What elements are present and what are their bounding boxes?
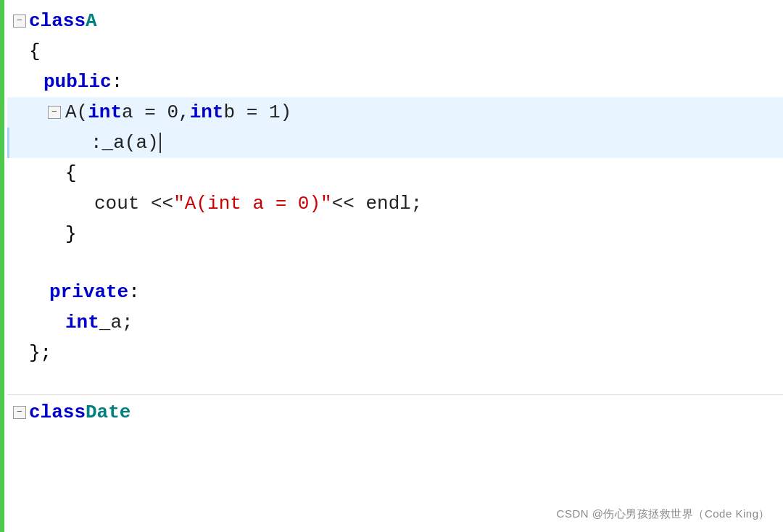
line-public: public:: [7, 67, 783, 97]
line-class-a: − class A: [7, 6, 783, 36]
line-body-open: {: [7, 158, 783, 188]
line-blank: [7, 249, 783, 277]
line-constructor: − A(int a = 0, int b = 1): [7, 97, 783, 128]
line-class-date: − class Date: [7, 394, 783, 427]
body-brace-open: {: [65, 159, 77, 188]
brace-open: {: [29, 37, 41, 66]
classname-a: A: [86, 7, 97, 36]
line-int-a: int _a;: [7, 307, 783, 338]
keyword-class: class: [29, 7, 86, 36]
keyword-int-member: int: [65, 308, 99, 337]
member-var: _a;: [99, 308, 133, 337]
string-literal: "A(int a = 0)": [173, 189, 331, 218]
text-cursor: [160, 133, 161, 154]
keyword-int-2: int: [190, 98, 224, 127]
line-blank2: [7, 368, 783, 394]
code-editor: − class A { public: − A(int a = 0, int b…: [0, 0, 783, 532]
line-body-close: }: [7, 219, 783, 249]
line-private: private:: [7, 277, 783, 307]
constructor-name: A(: [65, 98, 88, 127]
keyword-int-1: int: [88, 98, 122, 127]
class-close: };: [29, 338, 51, 367]
line-class-close: };: [7, 338, 783, 368]
line-initializer: :_a(a): [7, 128, 783, 158]
code-block: − class A { public: − A(int a = 0, int b…: [0, 0, 783, 427]
initializer-text: :_a(a): [91, 128, 159, 157]
fold-icon-class-date[interactable]: −: [13, 406, 26, 419]
keyword-class-date: class: [29, 398, 86, 427]
keyword-public: public: [44, 67, 112, 96]
line-open-brace: {: [7, 36, 783, 67]
accent-bar: [0, 0, 4, 532]
body-brace-close: }: [65, 220, 77, 249]
watermark: CSDN @伤心男孩拯救世界（Code King）: [557, 505, 770, 522]
classname-date: Date: [86, 398, 130, 427]
cout-suffix: << endl;: [332, 189, 423, 218]
line-cout: cout << "A(int a = 0)" << endl;: [7, 188, 783, 219]
fold-icon-constructor[interactable]: −: [48, 106, 61, 119]
cout-prefix: cout <<: [94, 189, 173, 218]
keyword-private: private: [49, 278, 128, 307]
fold-icon-class-a[interactable]: −: [13, 14, 26, 28]
